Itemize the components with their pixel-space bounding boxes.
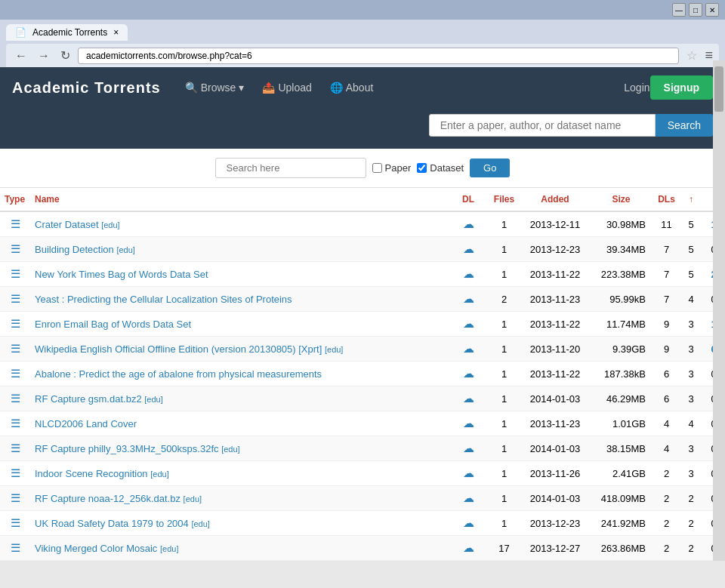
main-search-button[interactable]: Search	[656, 114, 713, 137]
row-files: 1	[487, 337, 521, 362]
row-dl-icon[interactable]: ☁	[449, 486, 487, 511]
tab-close-icon[interactable]: ×	[113, 27, 119, 38]
scrollbar[interactable]	[713, 60, 725, 561]
maximize-button[interactable]: □	[689, 3, 702, 17]
row-name: Enron Email Bag of Words Data Set	[30, 312, 449, 337]
row-name-link[interactable]: UK Road Safety Data 1979 to 2004	[35, 518, 189, 529]
row-added: 2013-12-11	[521, 211, 589, 237]
forward-button[interactable]: →	[35, 48, 53, 64]
table-header-row: Type Name DL Files Added Size DLs ↑ ↓	[0, 188, 725, 211]
row-name-link[interactable]: RF Capture philly_93.3MHz_500ksps.32fc	[35, 443, 219, 454]
download-cloud-icon[interactable]: ☁	[463, 342, 474, 355]
col-header-name[interactable]: Name	[30, 188, 449, 211]
signup-button[interactable]: Signup	[650, 75, 713, 100]
row-files: 1	[487, 312, 521, 337]
row-dls: 2	[653, 486, 680, 511]
row-name-link[interactable]: Enron Email Bag of Words Data Set	[35, 319, 191, 330]
download-cloud-icon[interactable]: ☁	[463, 516, 474, 529]
row-size: 2.41GB	[589, 461, 653, 486]
col-header-added[interactable]: Added	[521, 188, 589, 211]
row-dls: 6	[653, 386, 680, 411]
col-header-size[interactable]: Size	[589, 188, 653, 211]
row-size: 9.39GB	[589, 337, 653, 362]
browser-menu-icon[interactable]: ≡	[705, 48, 713, 63]
nav-browse[interactable]: 🔍 Browse ▾	[176, 82, 254, 94]
row-size: 1.01GB	[589, 411, 653, 436]
row-dl-icon[interactable]: ☁	[449, 411, 487, 436]
row-name: Yeast : Predicting the Cellular Localiza…	[30, 287, 449, 312]
row-dls: 7	[653, 237, 680, 262]
browser-tab[interactable]: 📄 Academic Torrents ×	[6, 24, 128, 41]
row-files: 1	[487, 511, 521, 536]
download-cloud-icon[interactable]: ☁	[463, 417, 474, 429]
row-dl-icon[interactable]: ☁	[449, 262, 487, 287]
close-button[interactable]: ✕	[705, 3, 719, 17]
paper-filter-label[interactable]: Paper	[372, 162, 412, 174]
scrollbar-thumb[interactable]	[714, 66, 723, 112]
download-cloud-icon[interactable]: ☁	[463, 367, 474, 380]
row-dl-icon[interactable]: ☁	[449, 362, 487, 386]
bookmark-icon[interactable]: ☆	[686, 48, 697, 63]
download-cloud-icon[interactable]: ☁	[463, 392, 474, 405]
download-cloud-icon[interactable]: ☁	[463, 442, 474, 454]
nav-about[interactable]: 🌐 About	[321, 82, 383, 94]
row-added: 2014-01-03	[521, 436, 589, 461]
row-dl-icon[interactable]: ☁	[449, 237, 487, 262]
row-type-icon: ☰	[0, 436, 30, 461]
back-button[interactable]: ←	[12, 48, 30, 64]
paper-checkbox[interactable]	[372, 163, 382, 173]
minimize-button[interactable]: —	[672, 3, 686, 17]
browser-chrome: 📄 Academic Torrents × ← → ↻ ☆ ≡	[0, 20, 725, 67]
row-up: 3	[680, 337, 702, 362]
dataset-checkbox[interactable]	[417, 163, 427, 173]
row-name-link[interactable]: Indoor Scene Recognition	[35, 468, 148, 479]
row-dl-icon[interactable]: ☁	[449, 337, 487, 362]
row-dl-icon[interactable]: ☁	[449, 536, 487, 561]
download-cloud-icon[interactable]: ☁	[463, 267, 474, 280]
row-dls: 6	[653, 362, 680, 386]
row-dl-icon[interactable]: ☁	[449, 436, 487, 461]
download-cloud-icon[interactable]: ☁	[463, 466, 474, 479]
row-name-link[interactable]: Yeast : Predicting the Cellular Localiza…	[35, 294, 292, 305]
download-cloud-icon[interactable]: ☁	[463, 491, 474, 504]
row-files: 1	[487, 386, 521, 411]
download-cloud-icon[interactable]: ☁	[463, 242, 474, 255]
refresh-button[interactable]: ↻	[57, 47, 73, 64]
row-dl-icon[interactable]: ☁	[449, 312, 487, 337]
row-dl-icon[interactable]: ☁	[449, 211, 487, 237]
dataset-filter-label[interactable]: Dataset	[417, 162, 464, 174]
col-header-dls[interactable]: DLs	[653, 188, 680, 211]
row-name-link[interactable]: Abalone : Predict the age of abalone fro…	[35, 368, 322, 380]
row-name-link[interactable]: Viking Merged Color Mosaic	[35, 543, 157, 554]
row-dl-icon[interactable]: ☁	[449, 386, 487, 411]
table-row: ☰NLCD2006 Land Cover☁12013-11-231.01GB44…	[0, 411, 725, 436]
row-name-link[interactable]: Building Detection	[35, 244, 114, 255]
edu-tag: [edu]	[116, 245, 134, 254]
row-added: 2013-12-27	[521, 536, 589, 561]
download-cloud-icon[interactable]: ☁	[463, 541, 474, 554]
nav-upload[interactable]: 📤 Upload	[253, 82, 320, 94]
row-dl-icon[interactable]: ☁	[449, 287, 487, 312]
row-name-link[interactable]: RF Capture noaa-12_256k.dat.bz	[35, 493, 180, 504]
address-bar[interactable]	[78, 48, 679, 64]
download-cloud-icon[interactable]: ☁	[463, 317, 474, 330]
row-dl-icon[interactable]: ☁	[449, 511, 487, 536]
col-header-files[interactable]: Files	[487, 188, 521, 211]
browse-dropdown-icon: ▾	[239, 82, 244, 94]
row-name-link[interactable]: Crater Dataset	[35, 219, 99, 230]
download-cloud-icon[interactable]: ☁	[463, 292, 474, 305]
row-up: 5	[680, 211, 702, 237]
row-dl-icon[interactable]: ☁	[449, 461, 487, 486]
row-up: 3	[680, 386, 702, 411]
row-name-link[interactable]: NLCD2006 Land Cover	[35, 418, 137, 429]
row-name-link[interactable]: New York Times Bag of Words Data Set	[35, 269, 208, 280]
row-name-link[interactable]: Wikipedia English Official Offline Editi…	[35, 343, 322, 355]
go-button[interactable]: Go	[470, 159, 510, 177]
col-header-up[interactable]: ↑	[680, 188, 702, 211]
edu-tag: [edu]	[191, 519, 209, 528]
login-button[interactable]: Login	[624, 82, 649, 94]
download-cloud-icon[interactable]: ☁	[463, 217, 474, 230]
filter-search-input[interactable]	[215, 158, 366, 178]
main-search-input[interactable]	[429, 114, 656, 137]
row-name-link[interactable]: RF Capture gsm.dat.bz2	[35, 393, 142, 405]
